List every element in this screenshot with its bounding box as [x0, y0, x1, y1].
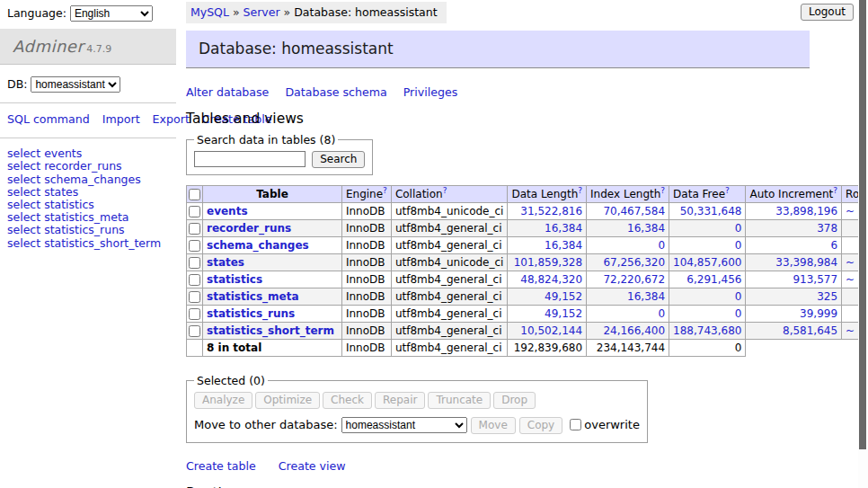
grid-table-link-statistics[interactable]: statistics: [207, 273, 262, 286]
search-button[interactable]: Search: [312, 151, 365, 168]
auto-increment-link[interactable]: 33,398,984: [775, 256, 837, 269]
index-length-link[interactable]: 24,166,400: [603, 324, 665, 337]
row-checkbox-events[interactable]: [189, 206, 200, 217]
grid-table-link-schema-changes[interactable]: schema_changes: [207, 239, 309, 252]
nav-link-privileges[interactable]: Privileges: [403, 85, 458, 99]
nav-link-database-schema[interactable]: Database schema: [285, 85, 386, 99]
data-length-link[interactable]: 31,522,816: [520, 205, 582, 217]
select-link-statistics-meta[interactable]: select: [7, 210, 40, 224]
breadcrumb-link-mysql[interactable]: MySQL: [190, 5, 229, 19]
select-link-statistics-short-term[interactable]: select: [7, 236, 40, 250]
scrollbar-thumb[interactable]: [859, 0, 866, 449]
select-link-statistics-runs[interactable]: select: [7, 223, 40, 236]
table-link-statistics-meta[interactable]: statistics_meta: [44, 210, 128, 224]
grid-table-link-events[interactable]: events: [207, 205, 248, 217]
data-free-link[interactable]: 50,331,648: [680, 205, 742, 217]
row-checkbox-statistics-short-term[interactable]: [189, 325, 200, 337]
move-db-select[interactable]: homeassistant: [341, 417, 467, 433]
truncate-button[interactable]: Truncate: [428, 392, 491, 409]
index-length-link[interactable]: 67,256,320: [603, 256, 665, 269]
data-length-link[interactable]: 10,502,144: [520, 324, 582, 337]
data-free-link[interactable]: 0: [735, 239, 742, 252]
index-length-link[interactable]: 72,220,672: [603, 273, 665, 286]
data-free-link[interactable]: 0: [735, 222, 742, 235]
table-link-schema-changes[interactable]: schema_changes: [44, 173, 141, 186]
select-link-statistics[interactable]: select: [7, 198, 40, 211]
optimize-button[interactable]: Optimize: [255, 392, 320, 409]
data-length-link[interactable]: 101,859,328: [514, 256, 582, 269]
column-help-link[interactable]: ?: [578, 186, 582, 195]
language-select[interactable]: English: [70, 5, 153, 22]
total-checkbox-cell: [187, 340, 203, 357]
select-link-states[interactable]: select: [7, 185, 40, 199]
data-length-link[interactable]: 49,152: [545, 307, 582, 320]
index-length-link[interactable]: 16,384: [627, 290, 665, 303]
grid-table-link-statistics-short-term[interactable]: statistics_short_term: [207, 324, 334, 337]
analyze-button[interactable]: Analyze: [194, 392, 252, 409]
column-help-link[interactable]: ?: [725, 186, 730, 195]
grid-table-link-statistics-runs[interactable]: statistics_runs: [207, 307, 295, 320]
selected-legend: Selected (0): [194, 374, 268, 387]
data-length-link[interactable]: 16,384: [545, 222, 582, 235]
data-free-link[interactable]: 188,743,680: [673, 324, 741, 337]
search-input[interactable]: [194, 151, 306, 167]
column-help-link[interactable]: ?: [383, 186, 387, 195]
column-help-link[interactable]: ?: [660, 186, 665, 195]
sidebar-link-sql-command[interactable]: SQL command: [7, 112, 90, 126]
data-free-link[interactable]: 0: [735, 290, 742, 303]
auto-increment-link[interactable]: 33,898,196: [775, 205, 837, 217]
data-free-link[interactable]: 6,291,456: [686, 273, 741, 286]
overwrite-checkbox[interactable]: [570, 419, 581, 430]
select-link-recorder-runs[interactable]: select: [7, 159, 40, 173]
row-checkbox-statistics-meta[interactable]: [189, 291, 200, 303]
table-link-statistics-runs[interactable]: statistics_runs: [44, 223, 124, 236]
select-all-checkbox[interactable]: [189, 189, 200, 200]
logout-button[interactable]: Logout: [801, 4, 854, 21]
table-link-statistics-short-term[interactable]: statistics_short_term: [44, 236, 161, 250]
select-link-events[interactable]: select: [7, 146, 40, 160]
data-length-link[interactable]: 16,384: [545, 239, 582, 252]
grid-table-link-recorder-runs[interactable]: recorder_runs: [207, 222, 291, 235]
table-link-events[interactable]: events: [44, 146, 82, 160]
move-button[interactable]: Move: [471, 417, 516, 434]
row-checkbox-schema-changes[interactable]: [189, 240, 200, 252]
data-free-link[interactable]: 0: [735, 307, 742, 320]
sidebar-link-import[interactable]: Import: [102, 112, 140, 126]
table-link-recorder-runs[interactable]: recorder_runs: [44, 159, 122, 173]
row-checkbox-statistics-runs[interactable]: [189, 308, 200, 320]
auto-increment-link[interactable]: 39,999: [800, 307, 837, 320]
index-length-link[interactable]: 0: [658, 239, 665, 252]
repair-button[interactable]: Repair: [375, 392, 425, 409]
breadcrumb-link-server[interactable]: Server: [244, 5, 280, 19]
row-checkbox-states[interactable]: [189, 257, 200, 269]
check-button[interactable]: Check: [323, 392, 372, 409]
auto-increment-link[interactable]: 6: [830, 239, 837, 252]
index-length-link[interactable]: 0: [658, 307, 665, 320]
auto-increment-link[interactable]: 913,577: [793, 273, 837, 286]
data-free-link[interactable]: 104,857,600: [673, 256, 741, 269]
auto-increment-link[interactable]: 378: [817, 222, 837, 235]
auto-increment-link[interactable]: 8,581,645: [783, 324, 837, 337]
create-view-link[interactable]: Create view: [279, 459, 346, 473]
row-checkbox-recorder-runs[interactable]: [189, 223, 200, 235]
grid-table-link-statistics-meta[interactable]: statistics_meta: [207, 290, 299, 303]
page-scrollbar[interactable]: [858, 0, 868, 488]
select-link-schema-changes[interactable]: select: [7, 173, 40, 186]
grid-table-link-states[interactable]: states: [207, 256, 244, 269]
column-help-link[interactable]: ?: [833, 186, 837, 195]
table-link-statistics[interactable]: statistics: [44, 198, 94, 211]
db-select[interactable]: homeassistant: [31, 76, 120, 93]
nav-link-alter-database[interactable]: Alter database: [186, 85, 269, 99]
index-length-link[interactable]: 16,384: [627, 222, 665, 235]
row-checkbox-statistics[interactable]: [189, 274, 200, 286]
index-length-link[interactable]: 70,467,584: [603, 205, 665, 217]
data-length-link[interactable]: 49,152: [545, 290, 582, 303]
drop-button[interactable]: Drop: [493, 392, 536, 409]
auto-increment-link[interactable]: 325: [817, 290, 837, 303]
data-length-link[interactable]: 48,824,320: [520, 273, 582, 286]
column-help-link[interactable]: ?: [443, 186, 447, 195]
table-link-states[interactable]: states: [44, 185, 78, 199]
create-table-link[interactable]: Create table: [186, 459, 256, 473]
copy-button[interactable]: Copy: [519, 417, 562, 434]
sidebar-link-export[interactable]: Export: [153, 112, 190, 126]
